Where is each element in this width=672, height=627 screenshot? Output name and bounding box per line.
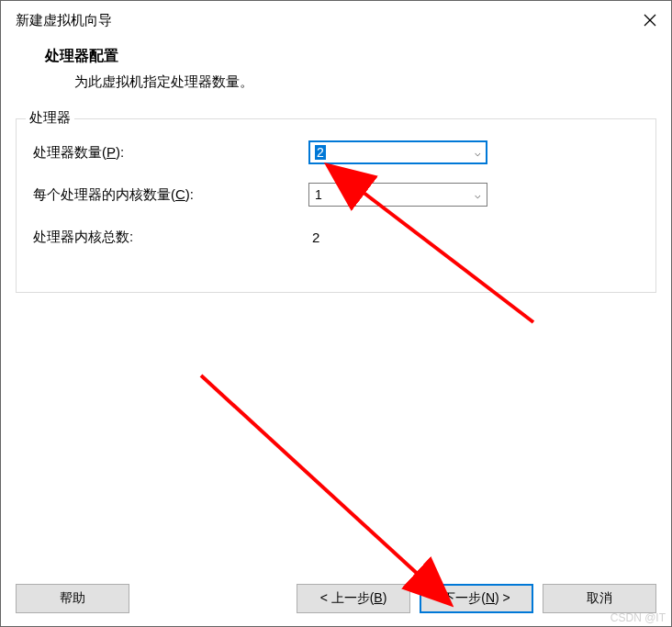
wizard-header: 处理器配置 为此虚拟机指定处理器数量。 <box>1 39 671 109</box>
group-legend: 处理器 <box>26 109 74 127</box>
total-cores-row: 处理器内核总数: 2 <box>33 224 639 250</box>
chevron-down-icon: ⌵ <box>475 189 481 201</box>
processor-count-value: 2 <box>315 145 326 160</box>
cancel-button[interactable]: 取消 <box>543 584 656 613</box>
close-button[interactable] <box>629 1 671 39</box>
processor-group: 处理器 处理器数量(P): 2 ⌵ 每个处理器的内核数量(C): 1 ⌵ <box>16 118 656 293</box>
help-button[interactable]: 帮助 <box>16 584 129 613</box>
new-vm-wizard-dialog: 新建虚拟机向导 处理器配置 为此虚拟机指定处理器数量。 处理器 处理器数量(P)… <box>0 0 672 627</box>
page-title: 处理器配置 <box>45 47 671 66</box>
page-description: 为此虚拟机指定处理器数量。 <box>45 73 671 91</box>
cores-per-processor-value: 1 <box>315 187 475 202</box>
next-button[interactable]: 下一步(N) > <box>420 584 533 613</box>
content-area: 处理器 处理器数量(P): 2 ⌵ 每个处理器的内核数量(C): 1 ⌵ <box>1 109 671 575</box>
processor-count-label: 处理器数量(P): <box>33 144 308 162</box>
chevron-down-icon: ⌵ <box>475 147 481 159</box>
dialog-title: 新建虚拟机向导 <box>16 12 112 29</box>
titlebar: 新建虚拟机向导 <box>1 1 671 39</box>
cores-per-processor-combo[interactable]: 1 ⌵ <box>308 183 487 207</box>
button-bar: 帮助 < 上一步(B) 下一步(N) > 取消 <box>1 575 671 626</box>
close-icon <box>644 14 656 27</box>
cores-per-processor-label: 每个处理器的内核数量(C): <box>33 186 308 204</box>
cores-per-processor-row: 每个处理器的内核数量(C): 1 ⌵ <box>33 182 639 207</box>
processor-count-row: 处理器数量(P): 2 ⌵ <box>33 140 639 165</box>
total-cores-value: 2 <box>308 230 319 245</box>
processor-count-combo[interactable]: 2 ⌵ <box>308 140 487 164</box>
total-cores-label: 处理器内核总数: <box>33 229 308 246</box>
back-button[interactable]: < 上一步(B) <box>297 584 410 613</box>
